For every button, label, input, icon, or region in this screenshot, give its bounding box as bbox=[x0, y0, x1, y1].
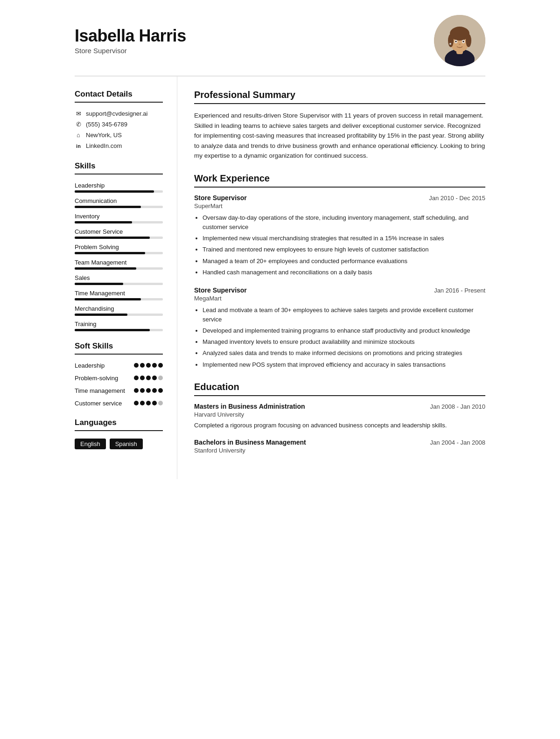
dot bbox=[146, 388, 151, 393]
job-bullet: Implemented new POS system that improved… bbox=[203, 360, 485, 370]
skill-bar-fill bbox=[75, 252, 145, 254]
job-header: Store Supervisor Jan 2010 - Dec 2015 bbox=[194, 194, 485, 202]
edu-date: Jan 2004 - Jan 2008 bbox=[430, 439, 485, 446]
skill-bar-bg bbox=[75, 267, 163, 270]
svg-point-5 bbox=[448, 34, 454, 47]
candidate-title: Store Supervisor bbox=[75, 47, 186, 55]
soft-skill-name: Time management bbox=[75, 387, 130, 395]
education-list: Masters in Business Administration Jan 2… bbox=[194, 403, 485, 454]
skill-item: Communication bbox=[75, 197, 163, 208]
skill-item: Team Management bbox=[75, 259, 163, 270]
edu-header: Bachelors in Business Management Jan 200… bbox=[194, 439, 485, 446]
job-bullets: Oversaw day-to-day operations of the sto… bbox=[194, 213, 485, 277]
skills-title: Skills bbox=[75, 161, 163, 171]
skills-list: Leadership Communication Inventory Custo… bbox=[75, 182, 163, 331]
job-company: MegaMart bbox=[194, 295, 485, 302]
skill-bar-bg bbox=[75, 252, 163, 254]
dot bbox=[146, 363, 151, 368]
skill-bar-bg bbox=[75, 298, 163, 300]
linkedin-icon: in bbox=[75, 143, 82, 149]
dot bbox=[158, 376, 163, 380]
skill-bar-fill bbox=[75, 314, 127, 316]
work-divider bbox=[194, 187, 485, 188]
skill-name: Customer Service bbox=[75, 228, 163, 235]
soft-skill-name: Problem-solving bbox=[75, 375, 130, 383]
education-entry: Masters in Business Administration Jan 2… bbox=[194, 403, 485, 430]
location-icon: ⌂ bbox=[75, 132, 82, 139]
contact-location: ⌂ NewYork, US bbox=[75, 132, 163, 139]
skill-name: Problem Solving bbox=[75, 244, 163, 251]
skill-item: Merchandising bbox=[75, 305, 163, 316]
summary-title: Professional Summary bbox=[194, 90, 485, 100]
work-experience-section: Work Experience Store Supervisor Jan 201… bbox=[194, 173, 485, 370]
skill-dots bbox=[134, 388, 163, 393]
edu-header: Masters in Business Administration Jan 2… bbox=[194, 403, 485, 410]
job-header: Store Supervisor Jan 2016 - Present bbox=[194, 286, 485, 294]
dot bbox=[158, 388, 163, 393]
dot bbox=[140, 401, 145, 405]
job-entry: Store Supervisor Jan 2010 - Dec 2015 Sup… bbox=[194, 194, 485, 277]
skill-name: Team Management bbox=[75, 259, 163, 266]
skills-divider bbox=[75, 174, 163, 174]
education-title: Education bbox=[194, 382, 485, 392]
skill-item: Sales bbox=[75, 274, 163, 285]
edu-school: Stanford University bbox=[194, 447, 485, 454]
edu-school: Harvard University bbox=[194, 411, 485, 418]
phone-icon: ✆ bbox=[75, 121, 82, 128]
dot bbox=[146, 376, 151, 380]
contact-section: Contact Details ✉ support@cvdesigner.ai … bbox=[75, 90, 163, 149]
skill-bar-bg bbox=[75, 329, 163, 331]
work-title: Work Experience bbox=[194, 173, 485, 184]
skill-name: Communication bbox=[75, 197, 163, 204]
soft-skill-name: Leadership bbox=[75, 362, 130, 370]
soft-skills-section: Soft Skills Leadership Problem-solving T… bbox=[75, 342, 163, 408]
soft-skill-name: Customer service bbox=[75, 400, 130, 408]
edu-description: Completed a rigorous program focusing on… bbox=[194, 421, 485, 430]
job-date: Jan 2016 - Present bbox=[434, 287, 485, 294]
dot bbox=[152, 363, 157, 368]
contact-divider bbox=[75, 102, 163, 103]
job-bullets: Lead and motivate a team of 30+ employee… bbox=[194, 306, 485, 370]
dot bbox=[152, 388, 157, 393]
job-bullet: Implemented new visual merchandising str… bbox=[203, 234, 485, 243]
dot bbox=[134, 363, 139, 368]
dot bbox=[134, 376, 139, 380]
languages-title: Languages bbox=[75, 418, 163, 427]
svg-point-11 bbox=[459, 44, 461, 45]
skill-name: Time Management bbox=[75, 290, 163, 297]
skill-item: Customer Service bbox=[75, 228, 163, 239]
skill-dots bbox=[134, 376, 163, 380]
soft-skill-item: Customer service bbox=[75, 400, 163, 408]
skill-item: Leadership bbox=[75, 182, 163, 193]
soft-skills-title: Soft Skills bbox=[75, 342, 163, 351]
skill-item: Inventory bbox=[75, 213, 163, 223]
skill-bar-fill bbox=[75, 221, 132, 223]
dot bbox=[158, 401, 163, 405]
skill-bar-bg bbox=[75, 237, 163, 239]
skill-bar-bg bbox=[75, 206, 163, 208]
skill-item: Training bbox=[75, 321, 163, 331]
edu-date: Jan 2008 - Jan 2010 bbox=[430, 403, 485, 410]
language-tag: Spanish bbox=[110, 439, 143, 449]
dot bbox=[134, 388, 139, 393]
soft-skill-item: Time management bbox=[75, 387, 163, 395]
email-value: support@cvdesigner.ai bbox=[86, 110, 147, 117]
header-name-block: Isabella Harris Store Supervisor bbox=[75, 27, 186, 55]
svg-point-10 bbox=[462, 41, 464, 42]
dot bbox=[140, 363, 145, 368]
job-company: SuperMart bbox=[194, 202, 485, 209]
soft-skills-divider bbox=[75, 354, 163, 355]
avatar bbox=[434, 15, 485, 66]
skill-bar-fill bbox=[75, 206, 141, 208]
phone-value: (555) 345-6789 bbox=[86, 121, 127, 128]
soft-skill-item: Leadership bbox=[75, 362, 163, 370]
skill-name: Inventory bbox=[75, 213, 163, 220]
skill-bar-fill bbox=[75, 283, 123, 285]
skill-bar-bg bbox=[75, 221, 163, 223]
resume-header: Isabella Harris Store Supervisor bbox=[56, 0, 504, 76]
education-divider bbox=[194, 395, 485, 396]
soft-skill-item: Problem-solving bbox=[75, 375, 163, 383]
dot bbox=[158, 363, 163, 368]
contact-linkedin: in LinkedIn.com bbox=[75, 142, 163, 149]
skill-item: Problem Solving bbox=[75, 244, 163, 254]
